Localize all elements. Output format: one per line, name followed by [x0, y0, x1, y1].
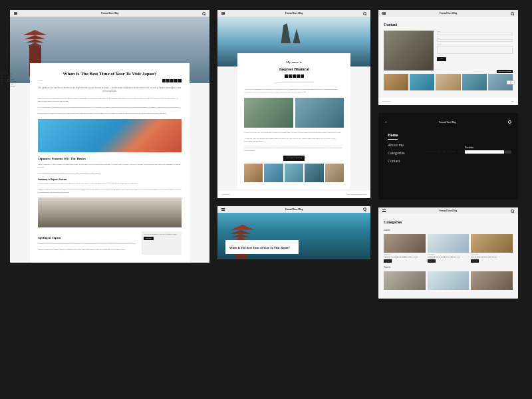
carousel-next-icon[interactable]: ›: [511, 80, 515, 84]
newsletter-input[interactable]: [465, 150, 504, 154]
about-intro: My name is: [244, 60, 344, 65]
menu-icon[interactable]: [221, 208, 225, 211]
inline-image-street: [38, 198, 182, 227]
article-page: Personal Travel Blog OverviewThe BasicsS…: [10, 10, 209, 263]
menu-icon[interactable]: [14, 12, 17, 15]
category-card[interactable]: Travel • Africa How to Choose a Safari T…: [471, 234, 513, 262]
about-image: [295, 98, 344, 128]
table-of-contents[interactable]: OverviewThe BasicsSpring in JapanSummer …: [10, 73, 24, 88]
search-icon[interactable]: [511, 209, 514, 213]
message-input[interactable]: [437, 46, 513, 54]
read-more-button[interactable]: Read more: [144, 237, 154, 240]
newsletter-box: Newsletter: [465, 146, 511, 154]
article-title: When Is The Best Time of Year To Visit J…: [38, 71, 182, 76]
menu-icon[interactable]: [382, 12, 386, 15]
instagram-carousel[interactable]: Follow me on Instagram ‹›: [384, 74, 513, 90]
menu-icon[interactable]: [382, 209, 386, 212]
home-preview-page: Personal Travel Blog Guides When Is The …: [217, 206, 370, 259]
inline-image-temple: [38, 119, 182, 152]
send-button[interactable]: Send: [437, 57, 446, 61]
body-text: Japan is truly a year-round destination,…: [38, 98, 182, 103]
contact-form: Name Email Message Send: [437, 31, 513, 70]
article-category[interactable]: Guides: [38, 80, 43, 82]
read-more-button[interactable]: Read more: [428, 259, 436, 263]
newsletter-submit[interactable]: [505, 150, 511, 154]
categories-heading: Categories: [384, 219, 513, 225]
article-intro: The good news for travelers is that ther…: [38, 86, 182, 92]
menu-item-home[interactable]: Home: [388, 132, 398, 139]
featured-article-card[interactable]: Guides When Is The Best Time of Year To …: [225, 240, 299, 254]
read-more-button[interactable]: Read more: [471, 259, 479, 263]
footer: Personal Travel Home About me Categories…: [217, 191, 370, 198]
site-title: Personal Travel Blog: [101, 12, 119, 15]
section-heading: Japanese Seasons 101: The Basics: [38, 156, 182, 161]
author-name: Jaspreet Bhamrai: [244, 66, 344, 72]
article-card: When Is The Best Time of Year To Visit J…: [30, 63, 190, 263]
social-links[interactable]: [244, 74, 344, 78]
category-section: Travels: [384, 266, 513, 269]
follow-instagram-button[interactable]: Follow me on Instagram: [283, 156, 305, 161]
section-heading-spring: Spring in Japan: [38, 235, 138, 240]
menu-overlay-page: × Personal Travel Blog Home About me Cat…: [378, 113, 518, 200]
contact-portrait: [384, 31, 434, 70]
categories-page: Personal Travel Blog Categories Guides T…: [378, 207, 518, 299]
category-card[interactable]: Travel • Japan Coventry City Guide Inclu…: [384, 234, 426, 262]
contact-page: Personal Travel Blog Contact Name Email …: [378, 10, 518, 105]
search-icon[interactable]: [511, 12, 514, 15]
about-page: Personal Travel Blog My name is Jaspreet…: [217, 10, 370, 198]
search-icon[interactable]: [202, 12, 205, 15]
read-more-button[interactable]: Read more: [384, 259, 392, 263]
search-icon[interactable]: [508, 120, 511, 124]
search-icon[interactable]: [363, 12, 366, 15]
about-quote: Some beautiful paths can't be discovered…: [244, 82, 344, 84]
name-input[interactable]: [437, 33, 513, 35]
category-section: Guides: [384, 229, 513, 232]
close-icon[interactable]: ×: [385, 120, 387, 124]
search-icon[interactable]: [363, 207, 366, 211]
contact-heading: Contact: [384, 22, 513, 27]
social-share[interactable]: [162, 79, 182, 82]
about-image: [244, 98, 293, 128]
email-input[interactable]: [437, 39, 513, 42]
sidebar-promo: Check the best apartments, rooms, hotels…: [142, 231, 182, 255]
subsection-heading: Summary of Japan's Seasons: [38, 178, 182, 182]
menu-icon[interactable]: [221, 12, 225, 15]
header: Personal Travel Blog: [10, 10, 209, 17]
category-card[interactable]: Travel • Japan Planning a Trip to Japan …: [428, 234, 469, 262]
menu-item-contact[interactable]: Contact: [388, 158, 511, 164]
instagram-strip[interactable]: [244, 164, 344, 182]
